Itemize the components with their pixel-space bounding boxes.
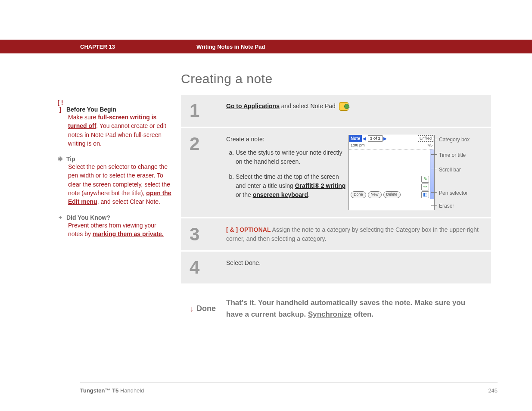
s2b-post: .: [308, 191, 310, 198]
before-pre: Make sure: [68, 114, 98, 121]
label-pen: Pen selector: [439, 189, 468, 197]
step-4: 4 Select Done.: [181, 252, 491, 285]
step-2b: Select the time at the top of the screen…: [236, 172, 347, 199]
chapter-header: CHAPTER 13 Writing Notes in Note Pad: [0, 40, 532, 53]
tip-body: Select the pen selector to change the pe…: [68, 162, 172, 206]
step-3: 3 [ & ] OPTIONAL Assign the note to a ca…: [181, 218, 491, 252]
device-screenshot: Note ◀ 2 of 2 ▶ Unfiled 1:00 pm 7/5: [348, 135, 435, 210]
tip-title: Tip: [66, 156, 75, 162]
asterisk-icon: ✱: [56, 156, 65, 162]
device-time: 1:00 pm: [351, 143, 365, 149]
optional-prefix: [ & ] OPTIONAL: [226, 226, 271, 233]
steps-container: 1 Go to Applications and select Note Pad…: [181, 95, 491, 332]
go-to-applications-link[interactable]: Go to Applications: [226, 103, 280, 109]
step-2a: Use the stylus to write your note direct…: [236, 148, 347, 166]
step-number: 1: [190, 102, 226, 120]
label-time: Time or title: [439, 151, 466, 159]
pen-small-icon: ✎: [421, 176, 429, 183]
down-arrow-icon: ↓: [190, 304, 194, 313]
alert-icon: [ ! ]: [56, 99, 65, 113]
footer: Tungsten™ T5 Handheld 245: [80, 383, 498, 394]
step1-mid: and select Note Pad: [280, 103, 337, 109]
dyk-body: Prevent others from viewing your notes b…: [68, 221, 172, 239]
step-number: 4: [190, 258, 226, 277]
tip-block: ✱ Tip Select the pen selector to change …: [56, 156, 172, 206]
sidebar: [ ! ] Before You Begin Make sure full-sc…: [56, 72, 181, 332]
device-scrollbar: [430, 149, 434, 199]
eraser-icon: ◧: [421, 191, 429, 198]
did-you-know-block: + Did You Know? Prevent others from view…: [56, 214, 172, 239]
onscreen-keyboard-link[interactable]: onscreen keyboard: [253, 191, 308, 198]
before-you-begin-block: [ ! ] Before You Begin Make sure full-sc…: [56, 99, 172, 148]
pen-large-icon: ✏: [421, 184, 429, 190]
step-1: 1 Go to Applications and select Note Pad…: [181, 95, 491, 128]
device-page-indicator: 2 of 2: [368, 135, 383, 142]
step-1-body: Go to Applications and select Note Pad .: [226, 102, 482, 120]
notepad-app-icon: [339, 102, 348, 111]
done-row: ↓ Done That's it. Your handheld automati…: [181, 285, 491, 332]
step-4-body: Select Done.: [226, 258, 482, 277]
plus-icon: +: [56, 214, 65, 221]
prev-arrow-icon: ◀: [362, 135, 367, 142]
mark-private-link[interactable]: marking them as private.: [93, 230, 164, 237]
before-body: Make sure full-screen writing is turned …: [68, 113, 172, 148]
step-2-title: Create a note:: [226, 135, 347, 144]
label-scroll: Scroll bar: [439, 166, 461, 174]
page-number: 245: [488, 387, 498, 394]
before-title: Before You Begin: [66, 106, 116, 113]
synchronize-link[interactable]: Synchronize: [308, 310, 352, 318]
callout-labels: Category box Time or title Scroll bar Pe…: [435, 135, 482, 210]
done-body: That's it. Your handheld automatically s…: [226, 297, 482, 320]
next-arrow-icon: ▶: [383, 135, 388, 142]
step-3-body: [ & ] OPTIONAL Assign the note to a cate…: [226, 225, 482, 243]
device-done-button: Done: [351, 191, 366, 198]
dyk-title: Did You Know?: [66, 214, 110, 221]
s2b-mid: or the: [236, 191, 253, 198]
product-bold: Tungsten™ T5: [80, 387, 118, 394]
done-post: often.: [352, 310, 373, 318]
graffiti-link[interactable]: Graffiti® 2 writing: [295, 182, 346, 189]
label-eraser: Eraser: [439, 202, 454, 210]
device-note-label: Note: [349, 135, 362, 142]
product-rest: Handheld: [118, 387, 144, 394]
done-label: Done: [196, 305, 216, 312]
chapter-subtitle: Writing Notes in Note Pad: [196, 44, 265, 50]
step-number: 3: [190, 225, 226, 243]
label-category: Category box: [439, 136, 470, 143]
step-number: 2: [190, 135, 226, 210]
page-title: Creating a note: [181, 72, 491, 86]
tip-post: , and select Clear Note.: [97, 198, 160, 205]
device-new-button: New: [368, 191, 382, 198]
step-2: 2 Create a note: Use the stylus to write…: [181, 128, 491, 218]
device-count: 7/5: [427, 143, 432, 149]
product-name: Tungsten™ T5 Handheld: [80, 387, 144, 394]
chapter-label: CHAPTER 13: [80, 44, 196, 50]
device-delete-button: Delete: [383, 191, 401, 198]
